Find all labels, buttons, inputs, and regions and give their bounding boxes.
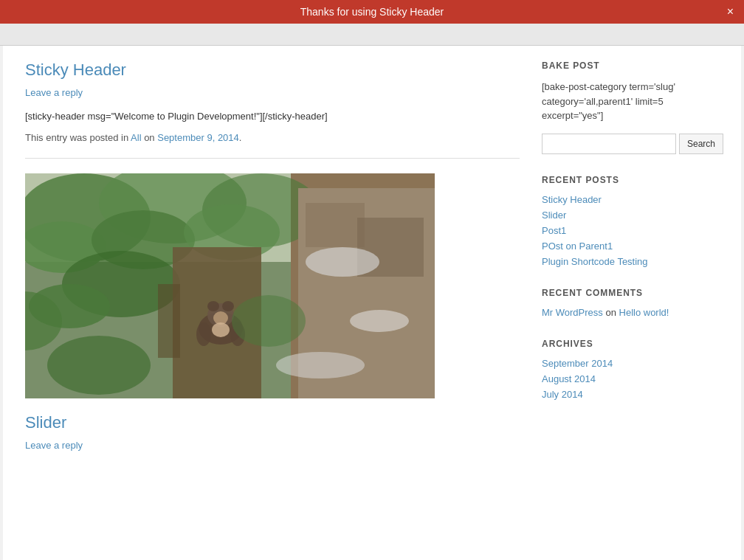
post2-title: Slider: [25, 413, 520, 432]
content-area: Sticky Header Leave a reply [sticky-head…: [3, 46, 741, 478]
notification-bar: Thanks for using Sticky Header ×: [0, 0, 744, 24]
notification-text: Thanks for using Sticky Header: [300, 6, 444, 18]
sidebar-search-row: Search: [542, 134, 719, 154]
svg-point-28: [47, 336, 151, 395]
archive-link-jul2014[interactable]: July 2014: [542, 389, 583, 400]
svg-point-18: [276, 352, 365, 378]
sidebar-recent-posts-list: Sticky Header Slider Post1 POst on Paren…: [542, 194, 719, 267]
sidebar-recent-posts-section: RECENT POSTS Sticky Header Slider Post1 …: [542, 175, 719, 267]
svg-point-17: [350, 310, 409, 332]
list-item: Plugin Shortcode Testing: [542, 256, 719, 267]
list-item: POst on Parent1: [542, 241, 719, 252]
list-item: July 2014: [542, 389, 719, 400]
search-button[interactable]: Search: [679, 134, 723, 154]
archive-link-aug2014[interactable]: August 2014: [542, 373, 596, 384]
post1-meta-date[interactable]: September 9, 2014: [157, 132, 239, 143]
sidebar-archives-section: ARCHIVES September 2014 August 2014 July…: [542, 339, 719, 400]
post2-image: [25, 173, 435, 398]
recent-post-link-3[interactable]: Post1: [542, 225, 566, 236]
post-divider: [25, 158, 520, 159]
svg-rect-14: [306, 203, 365, 247]
list-item: Slider: [542, 210, 719, 221]
sidebar-bake-post-section: BAKE POST [bake-post-category term='slug…: [542, 61, 719, 154]
post2-leave-reply-link[interactable]: Leave a reply: [25, 440, 83, 451]
svg-rect-12: [158, 284, 180, 358]
list-item: August 2014: [542, 373, 719, 384]
sidebar-recent-comments-section: RECENT COMMENTS Mr WordPress on Hello wo…: [542, 288, 719, 318]
comment-post-link[interactable]: Hello world!: [619, 307, 669, 318]
post1-meta-on: on: [142, 132, 158, 143]
comment-on-text: on: [603, 307, 619, 318]
recent-post-link-5[interactable]: Plugin Shortcode Testing: [542, 256, 648, 267]
post1-meta-prefix: This entry was posted in: [25, 132, 131, 143]
search-input[interactable]: [542, 134, 676, 154]
post-slider: Slider Leave a reply: [25, 413, 520, 452]
post1-shortcode: [sticky-header msg="Welcome to Plugin De…: [25, 111, 520, 122]
sidebar-archives-list: September 2014 August 2014 July 2014: [542, 358, 719, 400]
post2-title-link[interactable]: Slider: [25, 413, 66, 432]
sidebar: BAKE POST [bake-post-category term='slug…: [542, 61, 719, 463]
sidebar-bake-post-text: [bake-post-category term='slug' category…: [542, 80, 719, 123]
post1-leave-reply-link[interactable]: Leave a reply: [25, 87, 83, 98]
page-wrapper: Sticky Header Leave a reply [sticky-head…: [3, 46, 741, 560]
main-column: Sticky Header Leave a reply [sticky-head…: [25, 61, 520, 463]
recent-post-link-4[interactable]: POst on Parent1: [542, 241, 613, 252]
post2-leave-reply-container: Leave a reply: [25, 440, 520, 452]
list-item: Sticky Header: [542, 194, 719, 205]
notification-close-button[interactable]: ×: [727, 6, 734, 18]
post1-title: Sticky Header: [25, 61, 520, 80]
sidebar-archives-heading: ARCHIVES: [542, 339, 719, 349]
post1-meta-suffix: .: [239, 132, 242, 143]
recent-post-link-1[interactable]: Sticky Header: [542, 194, 602, 205]
post1-title-link[interactable]: Sticky Header: [25, 61, 126, 79]
archive-link-sep2014[interactable]: September 2014: [542, 358, 613, 369]
list-item: Post1: [542, 225, 719, 236]
post1-meta: This entry was posted in All on Septembe…: [25, 132, 520, 143]
recent-post-link-2[interactable]: Slider: [542, 210, 566, 221]
sidebar-bake-post-heading: BAKE POST: [542, 61, 719, 71]
comment-author-link[interactable]: Mr WordPress: [542, 307, 603, 318]
post2-image-svg: [25, 173, 435, 398]
post1-leave-reply-container: Leave a reply: [25, 87, 520, 99]
svg-point-29: [232, 295, 306, 347]
svg-point-26: [212, 322, 230, 337]
sidebar-comment-entry: Mr WordPress on Hello world!: [542, 307, 719, 318]
svg-point-21: [207, 301, 219, 311]
svg-point-24: [196, 322, 211, 346]
post1-meta-category[interactable]: All: [131, 132, 141, 143]
sidebar-recent-posts-heading: RECENT POSTS: [542, 175, 719, 185]
post-sticky-header: Sticky Header Leave a reply [sticky-head…: [25, 61, 520, 143]
sidebar-recent-comments-heading: RECENT COMMENTS: [542, 288, 719, 298]
admin-bar: [0, 24, 744, 46]
svg-point-16: [306, 247, 379, 277]
list-item: September 2014: [542, 358, 719, 369]
svg-point-22: [222, 301, 234, 311]
